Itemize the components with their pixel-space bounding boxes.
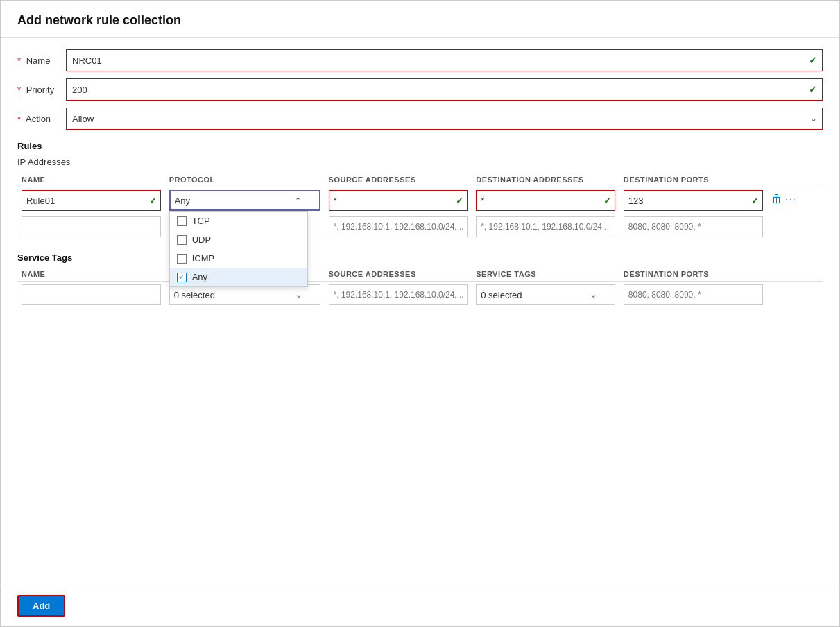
- protocol-option-icmp[interactable]: ICMP: [170, 249, 307, 268]
- rule-ports-check-icon: ✓: [751, 196, 759, 206]
- priority-row: * Priority ✓: [17, 78, 823, 101]
- empty-actions-cell: [767, 214, 823, 240]
- table-row: ✓ Any ⌃: [17, 187, 823, 214]
- page-footer: Add: [1, 585, 839, 626]
- st-name-cell: [17, 282, 165, 309]
- action-select-wrapper: Allow Deny ⌄: [66, 108, 823, 130]
- col-header-name: NAME: [17, 173, 165, 187]
- rule-protocol-cell: Any ⌃ TCP UDP: [165, 187, 325, 214]
- rule-destination-input[interactable]: [476, 190, 615, 211]
- rule-source-wrapper: ✓: [329, 190, 468, 211]
- empty-ports-cell: [619, 214, 767, 240]
- st-table-header-row: NAME PROTOCOL SOURCE ADDRESSES SERVICE T…: [17, 267, 823, 282]
- st-col-header-ports: DESTINATION PORTS: [619, 267, 767, 282]
- ip-addresses-label: IP Addresses: [17, 154, 823, 173]
- name-input[interactable]: [66, 49, 823, 71]
- empty-destination-input[interactable]: [476, 216, 615, 237]
- protocol-option-any[interactable]: Any: [170, 268, 307, 286]
- protocol-option-tcp[interactable]: TCP: [170, 212, 307, 230]
- rule-destination-check-icon: ✓: [603, 196, 611, 206]
- action-label: * Action: [17, 114, 66, 124]
- rule-source-input[interactable]: [329, 190, 468, 211]
- st-tags-chevron-icon: ⌄: [590, 291, 597, 300]
- st-source-cell: [325, 282, 472, 309]
- action-select[interactable]: Allow Deny: [66, 108, 823, 130]
- tcp-label: TCP: [192, 216, 210, 226]
- protocol-chevron-up-icon: ⌃: [295, 196, 301, 205]
- st-name-input[interactable]: [22, 284, 161, 305]
- rule-destination-wrapper: ✓: [476, 190, 615, 211]
- tcp-checkbox: [177, 216, 187, 226]
- col-header-protocol: PROTOCOL: [165, 173, 325, 187]
- rules-section-label: Rules: [17, 137, 823, 153]
- table-row-empty: [17, 214, 823, 240]
- service-tags-table: NAME PROTOCOL SOURCE ADDRESSES SERVICE T…: [17, 267, 823, 308]
- st-protocol-wrapper: 0 selected ⌄: [169, 284, 320, 305]
- st-col-header-actions: [767, 267, 823, 282]
- st-ports-input[interactable]: [624, 284, 763, 305]
- st-protocol-label: 0 selected: [174, 290, 215, 300]
- st-tags-dropdown-btn[interactable]: 0 selected ⌄: [476, 284, 615, 305]
- page-title: Add network rule collection: [17, 13, 823, 28]
- protocol-option-udp[interactable]: UDP: [170, 230, 307, 249]
- col-header-destination: DESTINATION ADDRESSES: [472, 173, 619, 187]
- st-col-header-tags: SERVICE TAGS: [472, 267, 619, 282]
- protocol-dropdown: TCP UDP ICMP: [169, 211, 308, 287]
- rule-ports-wrapper: ✓: [624, 190, 763, 211]
- st-tags-cell: 0 selected ⌄: [472, 282, 619, 309]
- page-header: Add network rule collection: [1, 1, 839, 38]
- priority-required-star: *: [17, 85, 21, 95]
- st-col-header-name: NAME: [17, 267, 165, 282]
- rule-name-check-icon: ✓: [149, 196, 157, 206]
- st-protocol-chevron-icon: ⌄: [295, 291, 302, 300]
- name-row: * Name ✓: [17, 49, 823, 71]
- udp-checkbox: [177, 235, 187, 245]
- action-icons-wrapper: 🗑 ···: [771, 190, 818, 205]
- service-tags-table-row: 0 selected ⌄ 0 selected ⌄: [17, 282, 823, 309]
- empty-ports-input[interactable]: [624, 216, 763, 237]
- action-required-star: *: [17, 114, 21, 124]
- st-tags-label: 0 selected: [481, 290, 522, 300]
- rule-actions-cell: 🗑 ···: [767, 187, 823, 214]
- protocol-value-label: Any: [175, 196, 190, 206]
- icmp-checkbox: [177, 254, 187, 264]
- name-label: * Name: [17, 55, 66, 66]
- icmp-label: ICMP: [192, 253, 215, 264]
- rule-name-input[interactable]: [22, 190, 161, 211]
- ip-rules-table: NAME PROTOCOL SOURCE ADDRESSES DESTINATI…: [17, 173, 823, 240]
- rule-source-cell: ✓: [325, 187, 472, 214]
- udp-label: UDP: [192, 234, 211, 245]
- rule-destination-cell: ✓: [472, 187, 619, 214]
- rule-name-cell: ✓: [17, 187, 165, 214]
- priority-check-icon: ✓: [809, 84, 817, 95]
- name-check-icon: ✓: [809, 55, 817, 66]
- name-required-star: *: [17, 55, 21, 66]
- col-header-actions: [767, 173, 823, 187]
- more-options-icon[interactable]: ···: [785, 194, 798, 205]
- st-ports-cell: [619, 282, 767, 309]
- st-actions-cell: [767, 282, 823, 309]
- rule-ports-input[interactable]: [624, 190, 763, 211]
- col-header-source: SOURCE ADDRESSES: [325, 173, 472, 187]
- rule-name-wrapper: ✓: [22, 190, 161, 211]
- st-protocol-dropdown-btn[interactable]: 0 selected ⌄: [169, 284, 320, 305]
- priority-input[interactable]: [66, 78, 823, 101]
- any-checkbox: [177, 273, 187, 282]
- priority-label: * Priority: [17, 85, 66, 95]
- empty-source-cell: [325, 214, 472, 240]
- rule-source-check-icon: ✓: [456, 196, 463, 206]
- delete-rule-icon[interactable]: 🗑: [771, 193, 782, 205]
- name-input-wrapper: ✓: [66, 49, 823, 71]
- empty-name-input[interactable]: [22, 216, 161, 237]
- empty-destination-cell: [472, 214, 619, 240]
- service-tags-section-label: Service Tags: [17, 248, 823, 264]
- col-header-ports: DESTINATION PORTS: [619, 173, 767, 187]
- st-source-input[interactable]: [329, 284, 468, 305]
- st-col-header-source: SOURCE ADDRESSES: [325, 267, 472, 282]
- protocol-trigger[interactable]: Any ⌃: [169, 190, 320, 211]
- rule-ports-cell: ✓: [619, 187, 767, 214]
- empty-source-input[interactable]: [329, 216, 468, 237]
- form-area: * Name ✓ * Priority ✓ * Action: [1, 38, 839, 319]
- add-button[interactable]: Add: [17, 595, 65, 617]
- ip-table-header-row: NAME PROTOCOL SOURCE ADDRESSES DESTINATI…: [17, 173, 823, 187]
